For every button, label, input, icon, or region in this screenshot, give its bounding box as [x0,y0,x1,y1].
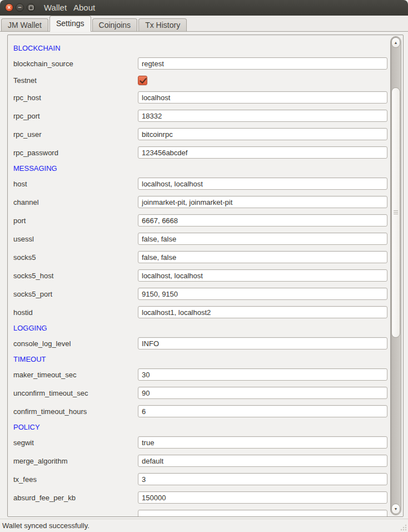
settings-row: rpc_port [13,110,389,122]
field-input-confirm_timeout_hours[interactable] [138,405,387,417]
settings-row: absurd_fee_per_kb [13,491,389,504]
settings-row: socks5_port [13,288,389,300]
field-input-socks5_host[interactable] [138,269,387,282]
field-label: usessl [13,235,138,243]
tab-settings[interactable]: Settings [49,16,91,32]
field-input-rpc_password[interactable] [138,146,387,159]
minimize-icon: − [18,4,21,11]
settings-panel: BLOCKCHAINblockchain_sourceTestnetrpc_ho… [0,32,408,519]
field-label: unconfirm_timeout_sec [13,389,138,397]
field-input-blockchain_source[interactable] [138,57,387,70]
field-input-rpc_user[interactable] [138,128,387,140]
settings-row: maker_timeout_sec [13,368,389,381]
settings-row: socks5_host [13,269,389,282]
settings-row [13,510,389,516]
field-input-tx_fees[interactable] [138,473,387,485]
settings-row: console_log_level [13,337,389,349]
field-label: segwit [13,439,138,447]
field-label: socks5_host [13,272,138,280]
field-input-rpc_port[interactable] [138,110,387,122]
settings-row: port [13,214,389,226]
status-message: Wallet synced successfully. [2,521,89,530]
field-input-host[interactable] [138,178,387,190]
section-header: BLOCKCHAIN [13,45,389,52]
field-label: rpc_port [13,112,138,120]
settings-form: BLOCKCHAINblockchain_sourceTestnetrpc_ho… [8,35,389,516]
settings-row: Testnet [13,76,389,85]
tab-coinjoins[interactable]: Coinjoins [92,18,138,32]
maximize-button[interactable] [27,3,35,12]
section-header: POLICY [13,423,389,431]
field-label: blockchain_source [13,60,138,68]
tab-bar: JM Wallet Settings Coinjoins Tx History [0,16,408,32]
settings-row: hostid [13,306,389,318]
field-input-channel[interactable] [138,196,387,208]
scroll-up-button[interactable]: ▲ [391,37,400,48]
settings-row: channel [13,196,389,208]
maximize-icon [29,6,33,10]
field-label: confirm_timeout_hours [13,407,138,416]
settings-row: rpc_password [13,146,389,159]
settings-row: segwit [13,436,389,449]
field-input-segwit[interactable] [138,436,387,449]
scrollbar-grip-icon [394,210,398,214]
settings-row: tx_fees [13,473,389,485]
field-label: merge_algorithm [13,457,138,465]
field-input-hostid[interactable] [138,306,387,318]
settings-scroll-area: BLOCKCHAINblockchain_sourceTestnetrpc_ho… [7,35,404,517]
menu-wallet[interactable]: Wallet [44,3,67,13]
chevron-up-icon: ▲ [394,41,398,45]
field-label: rpc_user [13,130,138,139]
settings-row: usessl [13,233,389,245]
section-header: MESSAGING [13,165,389,173]
minimize-button[interactable]: − [16,3,24,12]
field-input-socks5_port[interactable] [138,288,387,300]
field-input-console_log_level[interactable] [138,337,387,349]
settings-row: rpc_user [13,128,389,140]
settings-row: unconfirm_timeout_sec [13,387,389,399]
status-bar: Wallet synced successfully. [0,519,408,532]
chevron-down-icon: ▼ [394,507,398,511]
testnet-checkbox[interactable] [138,76,147,85]
field-label: console_log_level [13,339,138,348]
settings-row: rpc_host [13,91,389,104]
field-input-absurd_fee_per_kb[interactable] [138,491,387,504]
titlebar: × − Wallet About [0,0,408,16]
field-label: socks5_port [13,290,138,298]
field-label: socks5 [13,253,138,262]
tab-jm-wallet[interactable]: JM Wallet [1,18,48,32]
scroll-down-button[interactable]: ▼ [391,504,400,514]
settings-row: socks5 [13,251,389,263]
field-input-merge_algorithm[interactable] [138,455,387,467]
menu-about[interactable]: About [73,3,95,13]
field-input-port[interactable] [138,214,387,226]
check-mark-icon [138,76,148,86]
field-input-unconfirm_timeout_sec[interactable] [138,387,387,399]
field-label: absurd_fee_per_kb [13,494,138,502]
field-label: channel [13,198,138,206]
field-input-maker_timeout_sec[interactable] [138,368,387,381]
field-input-rpc_host[interactable] [138,91,387,104]
tab-tx-history[interactable]: Tx History [138,18,187,32]
field-label: rpc_password [13,149,138,157]
settings-row: host [13,178,389,190]
resize-grip-icon[interactable] [400,524,407,531]
joinmarket-wallet-window: { "window": { "titlebar": { "menus": [ {… [0,0,408,532]
vertical-scrollbar: ▲ ▼ [390,36,401,515]
field-label: hostid [13,308,138,317]
field-label: tx_fees [13,475,138,484]
field-label: host [13,180,138,188]
section-header: LOGGING [13,324,389,332]
field-label: Testnet [13,76,138,85]
settings-row: confirm_timeout_hours [13,405,389,417]
field-label: maker_timeout_sec [13,371,138,379]
field-label: rpc_host [13,93,138,102]
close-icon: × [8,5,11,11]
close-button[interactable]: × [5,3,13,12]
scrollbar-thumb[interactable] [391,87,400,338]
field-label: port [13,216,138,225]
field-input-usessl[interactable] [138,233,387,245]
field-input-socks5[interactable] [138,251,387,263]
field-input-partial[interactable] [138,510,387,516]
settings-row: merge_algorithm [13,455,389,467]
